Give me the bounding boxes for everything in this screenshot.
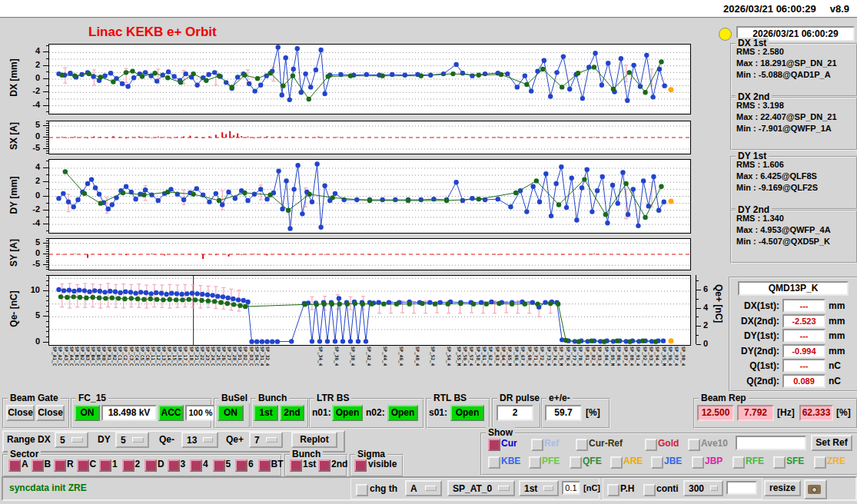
sigma-visible-checkbox[interactable]: [354, 459, 367, 472]
camera-lens-icon: [812, 487, 817, 492]
conti-checkbox[interactable]: [643, 484, 656, 496]
dr-pulse-group: DR pulse 2: [492, 398, 541, 429]
bunch-1st-button[interactable]: 1st: [254, 405, 278, 421]
sector-checkbox-1[interactable]: [99, 459, 111, 472]
show-checkbox-rfe[interactable]: [732, 456, 745, 469]
right-axis-label: Qe+ [nC]: [713, 284, 724, 323]
threshold-input[interactable]: [562, 481, 580, 495]
show-checkbox-kbe[interactable]: [488, 456, 500, 469]
ltr-bs-group: LTR BS n01: Open n02: Open: [309, 398, 424, 429]
beam-gate-close-1-button[interactable]: Close: [6, 405, 35, 421]
y-axis-minor-tick: [46, 264, 48, 265]
x-axis-label: SP_46_4: [399, 346, 404, 366]
sector-checkbox-BT[interactable]: [258, 459, 271, 472]
show-checkbox-gold[interactable]: [645, 439, 657, 451]
show-checkbox-cur-ref[interactable]: [576, 439, 588, 451]
show-checkbox-qfe[interactable]: [570, 456, 582, 469]
bunch-1st-dropdown[interactable]: 1st: [519, 480, 559, 496]
rtl-s01-open-button[interactable]: Open: [450, 405, 484, 421]
sector-checkbox-B[interactable]: [32, 459, 44, 472]
y-axis-minor-tick: [46, 230, 48, 231]
show-checkbox-pfe[interactable]: [529, 456, 541, 469]
x-axis-label: SP_18_C: [189, 346, 194, 366]
y-axis-minor-tick: [46, 45, 48, 46]
ltr-n02-open-button[interactable]: Open: [387, 405, 418, 421]
show-checkbox-cur[interactable]: [488, 439, 500, 451]
show-checkbox-zre[interactable]: [814, 456, 826, 469]
right-axis-tick-label: 2: [703, 320, 708, 330]
range-qem-value: 13: [187, 435, 197, 446]
set-ref-button[interactable]: Set Ref: [811, 435, 852, 451]
sector-checkbox-6[interactable]: [235, 459, 247, 472]
y-axis-minor-tick: [46, 153, 48, 154]
sp-at-dropdown[interactable]: SP_AT_0: [447, 480, 515, 496]
monitor-row-unit: mm: [829, 316, 845, 327]
range-qem-label: Qe-: [159, 434, 174, 445]
ltr-n02-label: n02:: [366, 407, 385, 418]
replot-button[interactable]: Replot: [291, 432, 337, 448]
sector-a-dropdown[interactable]: A: [405, 480, 442, 496]
y-axis-tick-label: 0: [17, 73, 40, 82]
stats-line: Min : -7.901@QWFP_1A: [736, 124, 856, 133]
status-led-icon: [719, 28, 732, 41]
y-axis-minor-tick: [46, 306, 48, 307]
y-axis-tick-label: 10: [17, 285, 40, 294]
range-qep-dropdown[interactable]: 7: [249, 432, 283, 448]
dropdown-dash-icon: [203, 437, 213, 443]
sp-at-value: SP_AT_0: [453, 483, 492, 494]
y-axis-minor-tick: [46, 146, 48, 147]
threshold-unit: [nC]: [583, 483, 600, 492]
sector-checkbox-label: 1: [112, 459, 118, 469]
right-axis-tick-label: 4: [703, 303, 708, 312]
y-axis-minor-tick: [46, 311, 48, 312]
show-checkbox-sfe[interactable]: [773, 456, 786, 469]
x-axis-label: SP_58_4: [476, 346, 480, 366]
show-checkbox-jbe[interactable]: [651, 456, 663, 469]
bunch-checkbox-2nd[interactable]: [318, 459, 331, 472]
set-ref-input[interactable]: [736, 436, 806, 450]
dropdown-dash-icon: [266, 437, 277, 443]
fc15-acc-button[interactable]: ACC: [158, 405, 184, 421]
range-dy-dropdown[interactable]: 5: [115, 432, 149, 448]
range-dx-dropdown[interactable]: 5: [55, 432, 88, 448]
sector-checkbox-D[interactable]: [144, 459, 157, 472]
x-axis-label: SP_61_4: [482, 346, 487, 366]
sector-checkbox-R[interactable]: [54, 459, 66, 472]
show-checkbox-jbp[interactable]: [692, 456, 704, 469]
ltr-n01-open-button[interactable]: Open: [332, 405, 363, 421]
bunch-checkbox-1st[interactable]: [290, 459, 302, 472]
show-checkbox-are[interactable]: [610, 456, 623, 469]
extra-input[interactable]: [726, 481, 757, 495]
y-axis-minor-tick: [46, 121, 48, 121]
busel-title: BuSel: [219, 393, 250, 403]
show-checkbox-label: Ave10: [701, 438, 728, 449]
n300-dropdown[interactable]: 300: [683, 480, 723, 496]
bunch-2nd-button[interactable]: 2nd: [280, 405, 304, 421]
sector-group: Sector ABRC12D3456BT: [2, 454, 282, 477]
y-axis-tick-label: 4: [17, 162, 40, 171]
x-axis-label: SP_88_4: [629, 346, 634, 366]
sector-checkbox-A[interactable]: [8, 459, 21, 472]
show-checkbox-ref[interactable]: [531, 439, 543, 451]
chg-th-checkbox[interactable]: [356, 484, 368, 496]
y-axis-minor-tick: [46, 91, 48, 92]
camera-snapshot-button[interactable]: [804, 479, 827, 499]
sector-checkbox-3[interactable]: [168, 459, 180, 472]
beam-gate-close-2-button[interactable]: Close: [36, 405, 65, 421]
monitor-row-label: DX(2nd):: [732, 316, 779, 327]
x-axis-label: SP_72_4: [540, 346, 544, 366]
range-qem-dropdown[interactable]: 13: [181, 432, 218, 448]
sector-checkbox-2[interactable]: [122, 459, 135, 472]
fc15-on-button[interactable]: ON: [75, 405, 100, 421]
sector-checkbox-4[interactable]: [190, 459, 202, 472]
sector-checkbox-C[interactable]: [77, 459, 89, 472]
resize-button[interactable]: resize: [764, 480, 801, 496]
sector-checkbox-5[interactable]: [213, 459, 225, 472]
sector-checkbox-label: B: [45, 459, 51, 469]
busel-on-button[interactable]: ON: [218, 405, 244, 421]
y-axis-minor-tick: [46, 151, 48, 151]
window-titlebar: 2026/03/21 06:00:29 v8.9: [0, 0, 857, 18]
show-checkbox-ave10[interactable]: [688, 439, 700, 451]
y-axis-minor-tick: [46, 267, 48, 267]
ph-checkbox[interactable]: [607, 484, 619, 496]
